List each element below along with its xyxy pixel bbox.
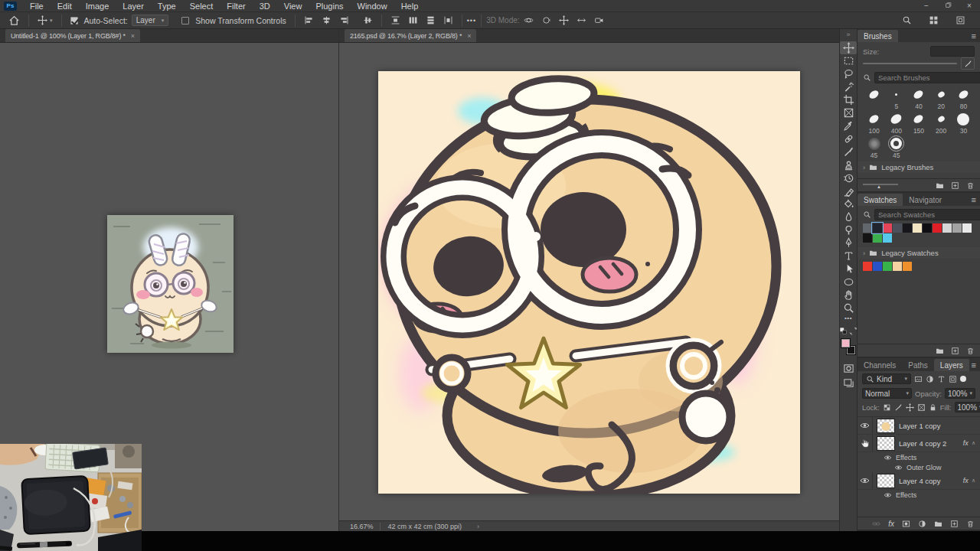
swatch[interactable] bbox=[863, 223, 872, 233]
pan-3d-icon[interactable] bbox=[555, 15, 573, 25]
filter-type-layers-icon[interactable] bbox=[937, 375, 946, 383]
swatch[interactable] bbox=[952, 223, 962, 233]
default-colors-icon[interactable] bbox=[839, 327, 848, 335]
delete-brush-icon[interactable] bbox=[966, 181, 975, 190]
blend-mode-dropdown[interactable]: Normal▾ bbox=[862, 388, 912, 399]
filter-toggle-icon[interactable] bbox=[960, 376, 966, 382]
crop-tool[interactable] bbox=[840, 93, 857, 106]
add-layer-style-icon[interactable]: fx bbox=[888, 520, 894, 528]
new-adjustment-layer-icon[interactable] bbox=[918, 520, 926, 528]
swatch[interactable] bbox=[883, 223, 892, 233]
layer-effects-badge[interactable]: fx∧ bbox=[963, 477, 980, 484]
orbit-3d-icon[interactable] bbox=[520, 15, 537, 25]
align-right-icon[interactable] bbox=[335, 15, 353, 25]
layer-row[interactable]: Layer 4 copy 2 fx∧ bbox=[858, 435, 980, 452]
distribute-horizontal-icon[interactable] bbox=[404, 15, 422, 25]
tab-close-icon[interactable]: × bbox=[131, 32, 135, 40]
swatch[interactable] bbox=[863, 233, 872, 243]
menu-item[interactable]: Help bbox=[394, 2, 426, 11]
menu-item[interactable]: Plugins bbox=[309, 2, 350, 11]
new-group-icon[interactable] bbox=[934, 520, 942, 528]
healing-brush-tool[interactable] bbox=[840, 132, 857, 145]
search-icon[interactable] bbox=[898, 15, 916, 25]
legacy-swatches-group[interactable]: › Legacy Swatches bbox=[858, 247, 980, 259]
visibility-eye-icon[interactable] bbox=[860, 422, 870, 429]
eyedropper-tool[interactable] bbox=[840, 119, 857, 132]
effects-row[interactable]: Effects bbox=[858, 452, 980, 462]
swatch[interactable] bbox=[873, 262, 882, 271]
swatch[interactable] bbox=[893, 262, 902, 271]
eraser-tool[interactable] bbox=[840, 184, 857, 197]
new-group-icon[interactable] bbox=[936, 347, 944, 355]
brush-preset[interactable]: 20 bbox=[930, 86, 952, 111]
dodge-tool[interactable] bbox=[840, 223, 857, 236]
roll-3d-icon[interactable] bbox=[537, 15, 555, 25]
main-canvas[interactable] bbox=[378, 71, 800, 494]
menu-item[interactable]: Filter bbox=[220, 2, 252, 11]
menu-item[interactable]: Edit bbox=[51, 2, 79, 11]
effects-row[interactable]: Effects bbox=[858, 490, 980, 500]
brush-preset[interactable]: 200 bbox=[930, 111, 952, 135]
auto-select-target-dropdown[interactable]: Layer▾ bbox=[132, 15, 169, 26]
swatch-search-input[interactable] bbox=[878, 210, 979, 219]
brush-preset[interactable]: 100 bbox=[863, 111, 885, 135]
lock-artboard-icon[interactable] bbox=[917, 403, 926, 412]
delete-swatch-icon[interactable] bbox=[966, 347, 975, 355]
swatch-search-box[interactable] bbox=[874, 209, 980, 220]
brush-preset[interactable]: 400 bbox=[885, 111, 907, 135]
swatch[interactable] bbox=[962, 223, 972, 233]
layer-name[interactable]: Layer 4 copy 2 bbox=[899, 439, 946, 448]
brush-tool[interactable] bbox=[840, 145, 857, 158]
collapse-tools-icon[interactable]: » bbox=[846, 31, 850, 41]
move-tool[interactable] bbox=[840, 41, 857, 54]
move-tool-preset[interactable]: ▾ bbox=[34, 15, 57, 25]
slide-3d-icon[interactable] bbox=[573, 15, 590, 25]
filter-adjustment-layers-icon[interactable] bbox=[926, 375, 934, 383]
swatch[interactable] bbox=[913, 223, 922, 233]
layer-row[interactable]: Layer 4 copy fx∧ bbox=[858, 472, 980, 490]
brush-size-field[interactable] bbox=[930, 46, 975, 57]
lock-transparency-icon[interactable] bbox=[883, 403, 891, 412]
menu-item[interactable]: 3D bbox=[253, 2, 277, 11]
menu-item[interactable]: File bbox=[23, 2, 51, 11]
layer-thumbnail[interactable] bbox=[877, 474, 895, 488]
new-layer-icon[interactable] bbox=[950, 520, 959, 528]
align-middle-icon[interactable] bbox=[359, 15, 377, 25]
menu-item[interactable]: Select bbox=[183, 2, 220, 11]
magic-wand-tool[interactable] bbox=[840, 80, 857, 93]
brush-preset[interactable]: 80 bbox=[952, 86, 975, 111]
swatch[interactable] bbox=[883, 233, 892, 243]
panel-options-icon[interactable] bbox=[952, 15, 969, 25]
new-brush-icon[interactable] bbox=[951, 181, 959, 190]
lock-all-icon[interactable] bbox=[929, 403, 937, 412]
align-left-icon[interactable] bbox=[300, 15, 318, 25]
foreground-color[interactable] bbox=[841, 338, 851, 348]
layer-thumbnail[interactable] bbox=[877, 419, 895, 433]
swatch[interactable] bbox=[893, 223, 902, 233]
auto-select-checkbox[interactable]: Auto-Select: bbox=[67, 16, 132, 25]
close-button[interactable]: × bbox=[959, 2, 980, 10]
lasso-tool[interactable] bbox=[840, 67, 857, 80]
swap-colors-icon[interactable] bbox=[849, 327, 858, 335]
tab-brushes[interactable]: Brushes bbox=[858, 30, 898, 42]
distribute-top-icon[interactable] bbox=[387, 15, 404, 25]
screen-mode-button[interactable] bbox=[840, 377, 857, 390]
swatch[interactable] bbox=[942, 223, 952, 233]
brush-settings-button[interactable] bbox=[961, 57, 975, 70]
lock-position-icon[interactable] bbox=[906, 403, 914, 412]
link-layers-icon[interactable] bbox=[872, 520, 880, 528]
restore-button[interactable] bbox=[937, 2, 959, 10]
frame-tool[interactable] bbox=[840, 106, 857, 119]
camera-3d-icon[interactable] bbox=[590, 15, 608, 25]
path-select-tool[interactable] bbox=[840, 262, 857, 276]
brush-preset[interactable]: 45 bbox=[885, 135, 907, 160]
menu-item[interactable]: Layer bbox=[116, 2, 151, 11]
pasteboard-right[interactable] bbox=[339, 43, 839, 520]
visibility-eye-icon[interactable] bbox=[884, 492, 892, 498]
tab-close-icon[interactable]: × bbox=[467, 32, 471, 40]
reference-canvas[interactable] bbox=[107, 215, 234, 353]
menu-item[interactable]: Image bbox=[79, 2, 116, 11]
swatch[interactable] bbox=[903, 223, 912, 233]
swatch[interactable] bbox=[863, 262, 872, 271]
tab-channels[interactable]: Channels bbox=[858, 359, 902, 371]
